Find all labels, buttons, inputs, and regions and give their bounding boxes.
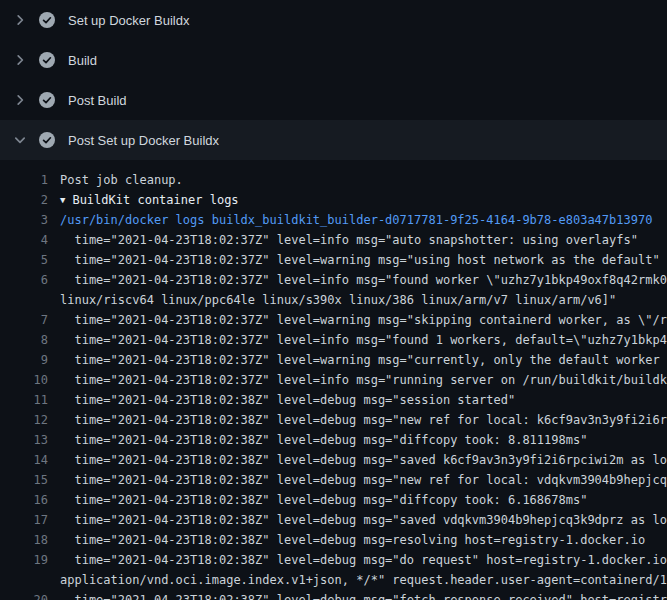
log-group-line[interactable]: 2▼BuildKit container logs	[0, 190, 667, 210]
log-line-number[interactable]: 2	[0, 190, 48, 210]
log-line: 9 time="2021-04-23T18:02:37Z" level=warn…	[0, 350, 667, 370]
log-line-number[interactable]: 16	[0, 490, 48, 510]
chevron-right-icon	[12, 52, 28, 68]
log-group-text: ▼BuildKit container logs	[48, 190, 667, 210]
log-text: time="2021-04-23T18:02:37Z" level=warnin…	[48, 350, 667, 370]
log-line: 20 time="2021-04-23T18:02:38Z" level=deb…	[0, 590, 667, 600]
step-header-build[interactable]: Build	[0, 40, 667, 80]
log-line: 8 time="2021-04-23T18:02:37Z" level=info…	[0, 330, 667, 350]
log-lines: 1Post job cleanup.2▼BuildKit container l…	[0, 160, 667, 600]
log-text: time="2021-04-23T18:02:38Z" level=debug …	[48, 590, 667, 600]
log-text: time="2021-04-23T18:02:38Z" level=debug …	[48, 550, 667, 570]
chevron-right-icon	[12, 92, 28, 108]
log-line: 10 time="2021-04-23T18:02:37Z" level=inf…	[0, 370, 667, 390]
log-line-number[interactable]: 9	[0, 350, 48, 370]
log-line: 4 time="2021-04-23T18:02:37Z" level=info…	[0, 230, 667, 250]
log-line: 7 time="2021-04-23T18:02:37Z" level=warn…	[0, 310, 667, 330]
log-line-number[interactable]: 7	[0, 310, 48, 330]
log-text: Post job cleanup.	[48, 170, 667, 190]
log-line-number[interactable]: 10	[0, 370, 48, 390]
log-text: time="2021-04-23T18:02:37Z" level=info m…	[48, 270, 667, 290]
step-header-set-up-docker-buildx[interactable]: Set up Docker Buildx	[0, 0, 667, 40]
log-line: 17 time="2021-04-23T18:02:38Z" level=deb…	[0, 510, 667, 530]
log-line: 13 time="2021-04-23T18:02:38Z" level=deb…	[0, 430, 667, 450]
log-text: time="2021-04-23T18:02:38Z" level=debug …	[48, 430, 667, 450]
log-text: time="2021-04-23T18:02:37Z" level=warnin…	[48, 310, 667, 330]
success-check-icon	[39, 92, 55, 108]
log-line: 16 time="2021-04-23T18:02:38Z" level=deb…	[0, 490, 667, 510]
log-line: linux/riscv64 linux/ppc64le linux/s390x …	[0, 290, 667, 310]
log-line-number[interactable]: 5	[0, 250, 48, 270]
log-line-number[interactable]: 17	[0, 510, 48, 530]
step-label: Set up Docker Buildx	[68, 13, 189, 28]
log-line-number[interactable]: 8	[0, 330, 48, 350]
log-line: 6 time="2021-04-23T18:02:37Z" level=info…	[0, 270, 667, 290]
log-text: linux/riscv64 linux/ppc64le linux/s390x …	[48, 290, 667, 310]
log-line-number[interactable]: 1	[0, 170, 48, 190]
log-text: time="2021-04-23T18:02:38Z" level=debug …	[48, 490, 667, 510]
log-line: 14 time="2021-04-23T18:02:38Z" level=deb…	[0, 450, 667, 470]
log-line-number[interactable]: 15	[0, 470, 48, 490]
success-check-icon	[39, 132, 55, 148]
log-text: time="2021-04-23T18:02:38Z" level=debug …	[48, 530, 667, 550]
log-group-title: BuildKit container logs	[72, 193, 238, 207]
log-line-number[interactable]: 12	[0, 410, 48, 430]
log-line-number[interactable]: 6	[0, 270, 48, 290]
log-line: 15 time="2021-04-23T18:02:38Z" level=deb…	[0, 470, 667, 490]
steps-list: Set up Docker BuildxBuildPost BuildPost …	[0, 0, 667, 160]
log-text: time="2021-04-23T18:02:37Z" level=warnin…	[48, 250, 667, 270]
log-line: 18 time="2021-04-23T18:02:38Z" level=deb…	[0, 530, 667, 550]
log-text: application/vnd.oci.image.index.v1+json,…	[48, 570, 667, 590]
log-line: 5 time="2021-04-23T18:02:37Z" level=warn…	[0, 250, 667, 270]
chevron-right-icon	[12, 12, 28, 28]
success-check-icon	[39, 12, 55, 28]
log-line: 12 time="2021-04-23T18:02:38Z" level=deb…	[0, 410, 667, 430]
log-line: application/vnd.oci.image.index.v1+json,…	[0, 570, 667, 590]
log-line-number[interactable]: 19	[0, 550, 48, 570]
log-command-text: /usr/bin/docker logs buildx_buildkit_bui…	[48, 210, 667, 230]
log-line-number[interactable]: 20	[0, 590, 48, 600]
log-text: time="2021-04-23T18:02:38Z" level=debug …	[48, 510, 667, 530]
log-text: time="2021-04-23T18:02:37Z" level=info m…	[48, 370, 667, 390]
log-line-number[interactable]: 14	[0, 450, 48, 470]
success-check-icon	[39, 52, 55, 68]
step-label: Build	[68, 53, 97, 68]
log-line-number	[0, 570, 48, 590]
log-text: time="2021-04-23T18:02:38Z" level=debug …	[48, 450, 667, 470]
log-line-number	[0, 290, 48, 310]
log-text: time="2021-04-23T18:02:37Z" level=info m…	[48, 330, 667, 350]
workflow-logs-panel: Set up Docker BuildxBuildPost BuildPost …	[0, 0, 667, 600]
log-text: time="2021-04-23T18:02:38Z" level=debug …	[48, 390, 667, 410]
log-line: 1Post job cleanup.	[0, 170, 667, 190]
log-text: time="2021-04-23T18:02:38Z" level=debug …	[48, 470, 667, 490]
log-line-number[interactable]: 4	[0, 230, 48, 250]
log-line-number[interactable]: 13	[0, 430, 48, 450]
group-expanded-triangle-icon[interactable]: ▼	[60, 190, 65, 210]
log-text: time="2021-04-23T18:02:38Z" level=debug …	[48, 410, 667, 430]
log-text: time="2021-04-23T18:02:37Z" level=info m…	[48, 230, 667, 250]
log-line: 11 time="2021-04-23T18:02:38Z" level=deb…	[0, 390, 667, 410]
step-label: Post Build	[68, 93, 127, 108]
step-header-post-build[interactable]: Post Build	[0, 80, 667, 120]
step-label: Post Set up Docker Buildx	[68, 133, 219, 148]
log-line-number[interactable]: 18	[0, 530, 48, 550]
log-line-number[interactable]: 11	[0, 390, 48, 410]
log-line: 19 time="2021-04-23T18:02:38Z" level=deb…	[0, 550, 667, 570]
log-line: 3/usr/bin/docker logs buildx_buildkit_bu…	[0, 210, 667, 230]
step-header-post-set-up-docker-buildx[interactable]: Post Set up Docker Buildx	[0, 120, 667, 160]
chevron-down-icon	[12, 132, 28, 148]
log-line-number[interactable]: 3	[0, 210, 48, 230]
